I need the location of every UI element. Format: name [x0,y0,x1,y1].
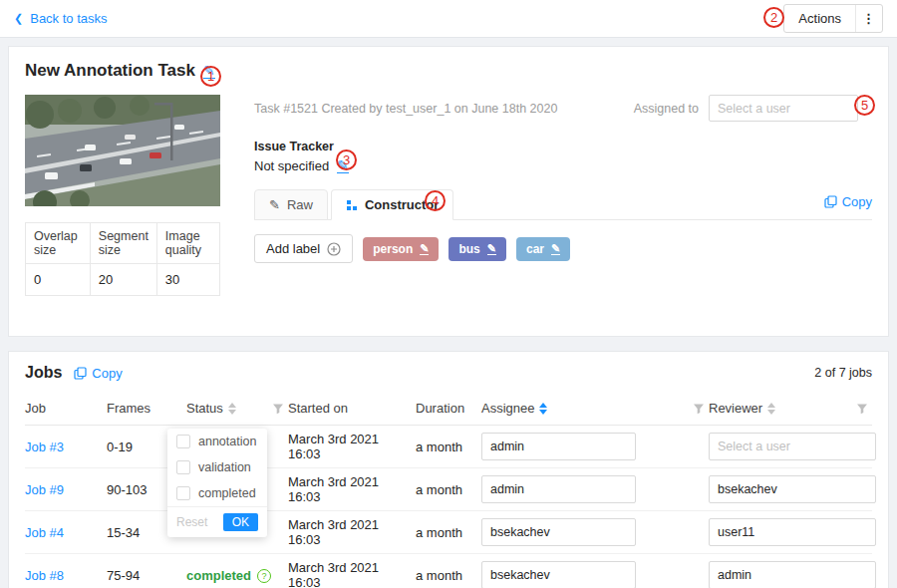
callout-3: 3 [336,149,357,170]
duration-cell: a month [416,511,481,554]
callout-2: 2 [763,7,784,28]
filter-status-icon[interactable] [272,403,284,415]
duration-cell: a month [416,554,481,588]
back-arrow-icon: ❮ [14,12,23,25]
col-duration: Duration [416,392,481,426]
param-header-overlap: Overlap size [26,223,91,264]
reviewer-input[interactable] [709,475,876,503]
tab-raw-label: Raw [287,197,313,212]
copy-icon [824,195,837,208]
task-card: New Annotation Task ✎ [8,46,889,337]
edit-label-icon[interactable]: ✎ [551,243,560,255]
label-tag-bus[interactable]: bus ✎ [448,237,506,261]
jobs-table-header: Job Frames Status Started on Duration [25,392,872,426]
reviewer-input[interactable] [709,433,876,460]
plus-circle-icon [327,242,341,256]
task-title: New Annotation Task [25,61,195,81]
assignee-input[interactable] [481,433,636,460]
copy-labels-label: Copy [842,194,872,209]
issue-tracker-value: Not specified [254,158,329,173]
status-completed: completed [186,568,251,583]
label-tag-car-name: car [526,242,544,256]
duration-cell: a month [416,426,481,468]
jobs-card: Jobs Copy 2 of 7 jobs Job Frames [8,351,889,588]
col-started-on: Started on [288,392,416,426]
label-tag-bus-name: bus [458,242,479,256]
page: ❮ Back to tasks Actions ⋮ New Annotation… [0,0,897,588]
job-link[interactable]: Job #4 [25,525,64,540]
assignee-input[interactable] [481,475,636,503]
raw-pencil-icon: ✎ [269,197,280,212]
copy-icon [74,367,87,380]
top-bar: ❮ Back to tasks Actions ⋮ [0,0,897,38]
ok-button[interactable]: OK [223,513,258,531]
param-header-quality: Image quality [156,223,219,264]
road-scene-illustration [25,95,220,206]
sort-status-icon[interactable] [228,403,236,415]
job-link[interactable]: Job #3 [25,440,64,454]
reset-button[interactable]: Reset [176,515,207,529]
task-preview-image [25,95,220,206]
job-link[interactable]: Job #8 [25,568,64,583]
label-tag-person[interactable]: person ✎ [363,237,439,261]
param-value-segment: 20 [90,264,156,296]
jobs-count: 2 of 7 jobs [814,366,872,380]
callout-5: 5 [854,95,875,116]
label-tag-person-name: person [373,242,413,256]
started-cell: March 3rd 2021 16:03 [288,554,416,588]
more-menu-icon[interactable]: ⋮ [856,11,882,26]
add-label-button[interactable]: Add label [254,234,353,263]
reviewer-input[interactable] [709,518,876,546]
sort-reviewer-icon[interactable] [767,403,775,415]
checkbox-annotation[interactable] [176,435,190,448]
reviewer-input[interactable] [709,561,876,588]
task-meta-text: Task #1521 Created by test_user_1 on Jun… [254,102,557,116]
filter-reviewer-icon[interactable] [856,403,868,415]
started-cell: March 3rd 2021 16:03 [288,426,416,468]
assignee-input[interactable] [481,518,636,546]
constructor-icon [346,199,358,211]
copy-jobs-link[interactable]: Copy [74,366,122,381]
table-row: Job #3 0-19 March 3rd 2021 16:03 a month [25,426,872,468]
tab-raw[interactable]: ✎ Raw [254,189,328,220]
callout-1: 1 [200,66,221,87]
assigned-to-label: Assigned to [634,102,699,116]
filter-option-validation[interactable]: validation [167,454,267,480]
task-params-table: Overlap size Segment size Image quality … [25,222,220,296]
job-link[interactable]: Job #9 [25,482,64,497]
copy-jobs-label: Copy [92,366,122,381]
filter-option-completed[interactable]: completed [167,480,267,506]
checkbox-completed[interactable] [176,486,190,500]
col-status: Status [186,392,288,426]
checkbox-validation[interactable] [176,460,190,474]
back-to-tasks-link[interactable]: ❮ Back to tasks [14,11,108,26]
edit-label-icon[interactable]: ✎ [487,243,496,255]
col-reviewer: Reviewer [709,392,872,426]
filter-option-annotation[interactable]: annotation [167,429,267,454]
status-cell: completed? [186,554,288,588]
question-circle-icon[interactable]: ? [257,569,271,583]
duration-cell: a month [416,468,481,511]
table-row: Job #9 90-103 March 3rd 2021 16:03 a mon… [25,468,872,511]
started-cell: March 3rd 2021 16:03 [288,468,416,511]
add-label-text: Add label [266,241,320,256]
jobs-table: Job Frames Status Started on Duration [25,392,872,588]
param-value-overlap: 0 [26,264,91,296]
copy-labels-link[interactable]: Copy [824,194,872,215]
assigned-to-input[interactable] [709,95,858,122]
col-job: Job [25,392,107,426]
frames-cell: 75-94 [107,554,186,588]
started-cell: March 3rd 2021 16:03 [288,511,416,554]
sort-assignee-icon[interactable] [539,403,547,415]
label-tag-car[interactable]: car ✎ [516,237,570,261]
jobs-title: Jobs [25,364,62,382]
actions-button-label: Actions [784,11,855,26]
back-link-label: Back to tasks [30,11,107,26]
param-value-quality: 30 [156,264,219,296]
filter-assignee-icon[interactable] [693,403,705,415]
param-header-segment: Segment size [90,223,156,264]
edit-label-icon[interactable]: ✎ [420,243,429,255]
table-row: Job #8 75-94 completed? March 3rd 2021 1… [25,554,872,588]
assignee-input[interactable] [481,561,636,588]
actions-button[interactable]: Actions ⋮ [783,4,883,33]
